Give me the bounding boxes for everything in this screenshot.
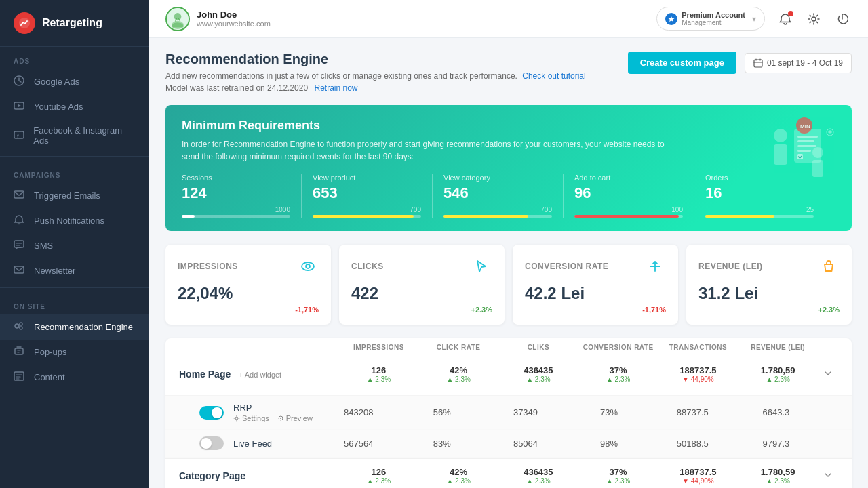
rrp-toggle[interactable] bbox=[199, 406, 224, 420]
page-subtitle: Add new recommendations in just a few of… bbox=[165, 70, 628, 94]
notifications-button[interactable] bbox=[776, 9, 795, 28]
sidebar-item-facebook-ads[interactable]: f Facebook & Instagram Ads bbox=[0, 119, 149, 152]
power-button[interactable] bbox=[833, 9, 852, 28]
sidebar-item-label: Triggered Emails bbox=[34, 190, 100, 201]
sidebar-item-triggered-emails[interactable]: Triggered Emails bbox=[0, 183, 149, 208]
col-header-clicks: CLIKS bbox=[498, 344, 578, 351]
chevron-down-icon: ▾ bbox=[752, 14, 756, 24]
tutorial-link[interactable]: Check out tutorial bbox=[522, 71, 585, 81]
header-icons bbox=[776, 9, 852, 28]
live-feed-toggle[interactable] bbox=[199, 436, 224, 450]
page-header-text: Recommendation Engine Add new recommenda… bbox=[165, 52, 628, 94]
view-category-progress bbox=[443, 215, 552, 218]
metric-footer-revenue: +2.3% bbox=[698, 306, 840, 314]
eye-icon bbox=[297, 256, 319, 277]
sidebar-item-sms[interactable]: SMS bbox=[0, 233, 149, 258]
sidebar-item-recommendation-engine[interactable]: Recommendation Engine bbox=[0, 314, 149, 340]
rrp-settings[interactable]: Settings bbox=[233, 414, 269, 422]
svg-point-16 bbox=[812, 17, 816, 21]
svg-rect-11 bbox=[15, 348, 23, 354]
sidebar-item-label: Push Notifications bbox=[34, 216, 104, 226]
add-to-cart-progress bbox=[574, 215, 683, 218]
sidebar-item-push-notifications[interactable]: Push Notifications bbox=[0, 208, 149, 233]
email-icon bbox=[14, 189, 27, 202]
svg-text:f: f bbox=[17, 133, 19, 139]
popup-icon bbox=[14, 346, 27, 359]
svg-rect-19 bbox=[774, 144, 787, 165]
category-page-row: Category Page 126 ▲ 2.3% 42% ▲ 2.3% 4364… bbox=[165, 458, 852, 488]
logo-icon bbox=[14, 12, 35, 34]
sidebar-item-youtube-ads[interactable]: Youtube Ads bbox=[0, 94, 149, 119]
main-content: John Doe www.yourwebsite.com Premium Acc… bbox=[149, 0, 868, 488]
sidebar-item-newsletter[interactable]: Newsletter bbox=[0, 258, 149, 283]
col-header-conv-rate: CONVERSION RATE bbox=[578, 344, 658, 351]
table-header: IMPRESSIONS CLICK RATE CLIKS CONVERSION … bbox=[165, 338, 852, 357]
view-product-progress bbox=[313, 215, 421, 218]
stat-view-product: View product 653 700 bbox=[313, 174, 433, 218]
expand-category-button[interactable] bbox=[818, 470, 838, 482]
metric-header-conversion-rate: Conversion Rate bbox=[525, 256, 666, 277]
page-title: Recommendation Engine bbox=[165, 52, 628, 67]
min-req-stats: Sessions 124 1000 View product 653 700 bbox=[182, 174, 835, 218]
arrows-icon bbox=[644, 256, 666, 277]
premium-badge[interactable]: Premium Account Management ▾ bbox=[656, 7, 765, 30]
header-right: Premium Account Management ▾ bbox=[656, 7, 852, 30]
sidebar-item-content[interactable]: Content bbox=[0, 365, 149, 390]
sidebar-item-pop-ups[interactable]: Pop-ups bbox=[0, 340, 149, 365]
metric-header-impressions: Impressions bbox=[178, 256, 319, 277]
rec-icon bbox=[14, 321, 27, 333]
svg-rect-27 bbox=[812, 160, 823, 177]
cursor-icon bbox=[471, 256, 492, 277]
metrics-row: Impressions 22,04% -1,71% Clicks bbox=[165, 245, 852, 325]
col-header-click-rate: CLICK RATE bbox=[418, 344, 498, 351]
stat-add-to-cart: Add to cart 96 100 bbox=[574, 174, 694, 218]
svg-rect-5 bbox=[14, 191, 24, 198]
sidebar-divider bbox=[0, 156, 149, 157]
header-user-info: John Doe www.yourwebsite.com bbox=[197, 9, 271, 28]
sidebar-item-google-ads[interactable]: Google Ads bbox=[0, 69, 149, 94]
metric-card-conversion-rate: Conversion Rate 42.2 Lei -1,71% bbox=[513, 245, 678, 325]
sidebar-section-ads: ADS bbox=[0, 47, 149, 69]
user-url: www.yourwebsite.com bbox=[197, 20, 271, 28]
col-header-revenue: REVENUE (LEI) bbox=[738, 344, 818, 351]
expand-home-button[interactable] bbox=[818, 369, 838, 380]
col-header-transactions: TRANSACTIONS bbox=[658, 344, 738, 351]
sidebar-item-label: Pop-ups bbox=[34, 347, 66, 357]
orders-progress bbox=[705, 215, 814, 218]
min-req-description: In order for Recommendation Engine to fu… bbox=[182, 138, 672, 163]
create-custom-page-button[interactable]: Create custom page bbox=[628, 52, 736, 74]
sessions-progress bbox=[182, 215, 290, 218]
sidebar-item-label: Newsletter bbox=[34, 266, 75, 276]
svg-point-14 bbox=[174, 13, 182, 20]
svg-rect-22 bbox=[797, 140, 814, 142]
user-info: John Doe www.yourwebsite.com bbox=[165, 7, 271, 31]
page-content: Recommendation Engine Add new recommenda… bbox=[149, 38, 868, 488]
settings-button[interactable] bbox=[804, 9, 823, 28]
retrain-link[interactable]: Retrain now bbox=[314, 83, 357, 93]
sms-icon bbox=[14, 239, 27, 252]
sidebar-item-label: Facebook & Instagram Ads bbox=[33, 125, 136, 146]
live-feed-widget-row: Live Feed 567564 83% 85064 98% 50188.5 9… bbox=[165, 430, 852, 458]
svg-rect-6 bbox=[14, 241, 24, 247]
sidebar-item-label: Google Ads bbox=[34, 77, 79, 87]
sidebar-section-campaigns: CAMPAIGNS bbox=[0, 161, 149, 183]
svg-text:MIN: MIN bbox=[800, 123, 810, 129]
page-header: Recommendation Engine Add new recommenda… bbox=[165, 52, 852, 94]
svg-rect-17 bbox=[754, 60, 762, 67]
sidebar-logo: Retargeting bbox=[0, 0, 149, 47]
svg-point-8 bbox=[15, 324, 19, 328]
svg-point-35 bbox=[280, 418, 281, 419]
facebook-icon: f bbox=[14, 129, 26, 142]
user-name: John Doe bbox=[197, 9, 271, 20]
newsletter-icon bbox=[14, 264, 27, 277]
add-widget-home[interactable]: + Add widget bbox=[239, 371, 281, 379]
metric-header-revenue: Revenue (LEI) bbox=[698, 256, 840, 277]
sidebar: Retargeting ADS Google Ads Youtube Ads f… bbox=[0, 0, 149, 488]
rrp-preview[interactable]: Preview bbox=[277, 414, 313, 422]
push-icon bbox=[14, 214, 27, 227]
svg-point-10 bbox=[20, 327, 22, 329]
metric-header-clicks: Clicks bbox=[351, 256, 492, 277]
metric-card-revenue: Revenue (LEI) 31.2 Lei +2.3% bbox=[686, 245, 852, 325]
date-range-picker[interactable]: 01 sept 19 - 4 Oct 19 bbox=[745, 53, 852, 73]
svg-point-32 bbox=[306, 264, 310, 268]
